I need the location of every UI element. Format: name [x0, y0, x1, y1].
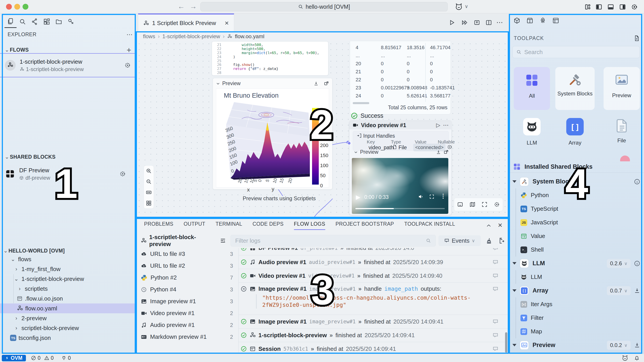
- back-icon[interactable]: ←: [178, 2, 185, 11]
- export-logs-icon[interactable]: [498, 237, 505, 244]
- tile-all[interactable]: All: [514, 67, 550, 110]
- rocket-tab-icon[interactable]: [539, 17, 546, 24]
- ports-indicator[interactable]: 0: [61, 355, 71, 361]
- video-progress-track[interactable]: [356, 208, 445, 209]
- tree-item-2-preview[interactable]: ›2-preview: [0, 313, 136, 323]
- scriptlet-code-node[interactable]: 21 width=500,22 height=500,23 margin=dic…: [212, 41, 328, 76]
- clear-logs-icon[interactable]: [486, 237, 492, 244]
- zoom-out-icon[interactable]: [146, 179, 152, 185]
- panel-left-icon[interactable]: [596, 4, 602, 10]
- log-comment-icon[interactable]: [492, 318, 498, 325]
- shared-section-preview[interactable]: Preview0.0.2∨: [509, 338, 644, 352]
- volume-icon[interactable]: [418, 194, 424, 200]
- panel-bottom-icon[interactable]: [607, 4, 614, 10]
- tile-system-blocks[interactable]: System Blocks: [555, 67, 595, 110]
- tree-item-scriptlet-block-preview[interactable]: ›scriptlet-block-preview: [0, 323, 136, 333]
- filter-logs-input[interactable]: Filter logs: [230, 235, 436, 246]
- log-comment-icon[interactable]: [492, 259, 498, 265]
- chevron-down-icon[interactable]: [216, 82, 220, 86]
- table-scrollbar[interactable]: [353, 102, 369, 104]
- console-panel-icon[interactable]: [457, 201, 463, 208]
- shared-section-llm[interactable]: LLM0.2.6∨: [509, 256, 644, 270]
- code-line[interactable]: 26 fig.show(): [212, 63, 328, 67]
- log-comment-icon[interactable]: [492, 286, 498, 292]
- close-tab-icon[interactable]: ✕: [224, 20, 229, 26]
- log-entry[interactable]: DF Preview #1df_preview#1»finished at202…: [238, 248, 509, 255]
- files-icon[interactable]: [4, 15, 16, 28]
- events-dropdown[interactable]: Events ∨: [438, 235, 481, 246]
- ovm-badge[interactable]: OVM: [2, 355, 26, 361]
- shared-block-filter[interactable]: Filter: [509, 311, 644, 325]
- log-comment-icon[interactable]: [492, 332, 498, 338]
- log-entry[interactable]: Video preview #1video_preview#1»finished…: [238, 269, 509, 282]
- key-icon[interactable]: [65, 16, 77, 28]
- bottom-tab-toolpack-install[interactable]: TOOLPACK INSTALL: [404, 221, 455, 230]
- info-icon[interactable]: [634, 178, 640, 185]
- log-block-item[interactable]: Video preview #12: [136, 307, 238, 319]
- gear-icon[interactable]: [124, 62, 131, 69]
- tile-file[interactable]: File: [604, 114, 640, 152]
- code-line[interactable]: 23 margin=dict(l=65, r=50, b=65, t=90),: [212, 51, 328, 55]
- log-comment-icon[interactable]: [492, 248, 498, 251]
- log-block-item[interactable]: Python #43: [136, 283, 238, 295]
- more-actions-icon[interactable]: ⋯: [496, 18, 503, 26]
- code-line[interactable]: 27 return {"df": z_data}: [212, 67, 328, 71]
- panel-right-icon[interactable]: [619, 4, 626, 10]
- shared-block-value[interactable]: Value: [509, 229, 644, 243]
- gear-icon[interactable]: [119, 171, 126, 177]
- log-block-item[interactable]: URL to file #33: [136, 248, 238, 260]
- version-pill[interactable]: 0.0.2∨: [607, 341, 630, 350]
- run-fast-icon[interactable]: [461, 19, 468, 26]
- package-tab-icon[interactable]: [526, 17, 534, 24]
- caret-down-icon[interactable]: [512, 262, 516, 265]
- code-line[interactable]: 28: [212, 71, 328, 75]
- bottom-tab-flow-logs[interactable]: FLOW LOGS: [294, 221, 325, 230]
- download-icon[interactable]: [634, 342, 640, 348]
- video-preview-node[interactable]: Video preview #1 ▷ ⋯ Input Handles Key T…: [349, 121, 452, 215]
- log-block-item[interactable]: Image preview #13: [136, 295, 238, 307]
- bottom-tab-problems[interactable]: PROBLEMS: [144, 221, 173, 230]
- flow-branch-icon[interactable]: [28, 16, 41, 28]
- layout-grid-icon[interactable]: [584, 4, 591, 10]
- log-block-item[interactable]: Markdown preview #12: [136, 331, 238, 343]
- chart-preview-node[interactable]: Preview Mt Bruno Elevation: [213, 78, 332, 189]
- chevron-down-icon[interactable]: ∨: [465, 4, 468, 10]
- bottom-tab-terminal[interactable]: TERMINAL: [216, 221, 242, 230]
- workspace-header[interactable]: ⌄ HELLO-WORLD [OVM]: [3, 248, 134, 254]
- dataframe-table-node[interactable]: 48.81561718.351646.71704............2000…: [350, 41, 451, 114]
- more-icon[interactable]: ⋯: [126, 31, 133, 38]
- forward-icon[interactable]: →: [190, 2, 197, 11]
- export-icon[interactable]: [474, 19, 480, 26]
- minimize-window-button[interactable]: [14, 4, 20, 10]
- log-entry[interactable]: Session57b361c1»finished at2025/5/20 14:…: [238, 342, 509, 354]
- shared-block-llm[interactable]: LLM: [509, 270, 644, 284]
- tile-llm[interactable]: LLM: [514, 114, 550, 152]
- tree-item-1-scriptlet-block-preview[interactable]: ⌄1-scriptlet-block-preview: [0, 274, 136, 284]
- fit-width-icon[interactable]: [146, 189, 152, 196]
- log-entry[interactable]: 1-scriptlet-block-preview»finished at202…: [238, 328, 509, 342]
- new-file-icon[interactable]: [634, 35, 640, 42]
- run-node-icon[interactable]: ▷: [436, 122, 440, 128]
- filter-list-icon[interactable]: [220, 237, 226, 244]
- caret-down-icon[interactable]: [512, 180, 516, 183]
- bottom-tab-project-bootstrap[interactable]: PROJECT BOOTSTRAP: [336, 221, 394, 230]
- zoom-in-icon[interactable]: [146, 168, 152, 174]
- code-line[interactable]: 21 width=500,: [212, 43, 328, 47]
- node-more-icon[interactable]: ⋯: [443, 122, 449, 129]
- shared-section-system-blocks[interactable]: System Blocks: [509, 175, 644, 188]
- caret-down-icon[interactable]: [512, 289, 516, 292]
- flow-canvas[interactable]: flows › 1-scriptlet-block-preview › flow…: [136, 32, 509, 218]
- video-frame[interactable]: ▶ 0:00 / 0:33 ⋮: [352, 158, 448, 214]
- code-line[interactable]: 25: [212, 59, 328, 63]
- fit-view-icon[interactable]: [482, 201, 488, 208]
- tile-array[interactable]: [ ] Array: [555, 114, 595, 152]
- shared-block-item[interactable]: DF Preview df-preview: [5, 163, 131, 185]
- run-icon[interactable]: [448, 19, 455, 26]
- shared-block-javascript[interactable]: JSJavaScript: [509, 216, 644, 229]
- mascot-status-icon[interactable]: [622, 355, 628, 361]
- log-block-item[interactable]: Audio preview #12: [136, 319, 238, 331]
- open-external-icon[interactable]: [324, 81, 329, 86]
- chevron-down-icon[interactable]: [354, 150, 358, 154]
- tree-item-flow-oo-yaml[interactable]: flow.oo.yaml: [0, 303, 136, 313]
- log-block-item[interactable]: Python #27: [136, 272, 238, 283]
